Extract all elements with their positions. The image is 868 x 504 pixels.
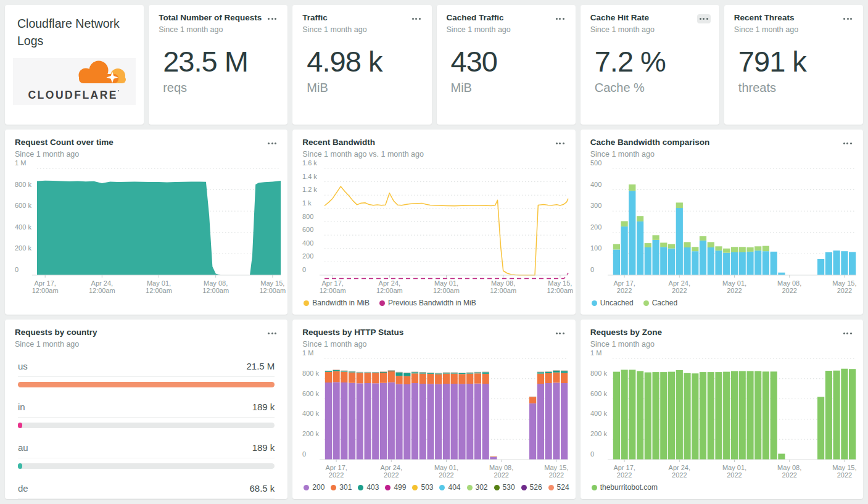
legend-item-404[interactable]: 404 [439, 483, 460, 492]
svg-text:800 k: 800 k [15, 180, 31, 188]
svg-text:Apr 24,: Apr 24, [668, 279, 690, 287]
panel-subtitle: Since 1 month ago [590, 25, 655, 34]
legend-item-524[interactable]: 524 [548, 483, 569, 492]
panel-title: Recent Bandwidth [302, 138, 424, 148]
svg-text:100: 100 [590, 244, 601, 252]
legend-item-526[interactable]: 526 [521, 483, 542, 492]
svg-text:2022: 2022 [837, 287, 851, 294]
svg-text:300: 300 [590, 202, 601, 209]
cache-bandwidth-chart[interactable]: 0100200300400500Apr 17,2022Apr 24,2022Ma… [581, 159, 863, 297]
cloudflare-cloud-icon [63, 59, 132, 87]
legend-label: 499 [394, 483, 406, 492]
country-value: 189 k [252, 442, 275, 453]
http-status-chart[interactable]: 0200 k400 k600 k800 k1 MApr 17,2022Apr 2… [292, 349, 575, 482]
stat-value: 791 k [738, 46, 853, 76]
chart-legend: Bandwidth in MiBPrevious Bandwidth in Mi… [292, 297, 575, 315]
legend-dot-icon [304, 485, 309, 490]
legend-item-cached[interactable]: Cached [643, 299, 677, 307]
svg-text:800 k: 800 k [590, 370, 607, 377]
legend-item-bandwidth-in-mib[interactable]: Bandwidth in MiB [304, 299, 370, 307]
legend-item-530[interactable]: 530 [494, 483, 515, 492]
svg-text:600: 600 [302, 226, 313, 233]
legend-dot-icon [467, 485, 473, 490]
svg-text:Apr 24,: Apr 24, [91, 279, 113, 287]
legend-item-200[interactable]: 200 [304, 483, 324, 492]
panel-requests-by-http-status: Requests by HTTP Status Since 1 month ag… [292, 320, 575, 499]
svg-text:2022: 2022 [439, 471, 454, 479]
svg-text:12:00am: 12:00am [202, 287, 229, 294]
legend-item-403[interactable]: 403 [358, 483, 379, 492]
chart-row-1: Request Count over time Since 1 month ag… [5, 130, 863, 315]
country-value: 21.5 M [246, 361, 275, 371]
ellipsis-menu-icon[interactable] [841, 139, 854, 148]
svg-text:Apr 24,: Apr 24, [381, 464, 402, 471]
svg-text:May 01,: May 01, [147, 279, 171, 287]
legend-item-theburritobot-com[interactable]: theburritobot.com [592, 483, 658, 492]
country-value: 68.5 k [249, 483, 275, 494]
svg-text:Apr 17,: Apr 17, [613, 464, 635, 471]
svg-text:Apr 17,: Apr 17, [326, 464, 347, 471]
panel-requests-by-zone: Requests by Zone Since 1 month ago 0200 … [581, 320, 863, 499]
svg-text:2022: 2022 [384, 471, 399, 479]
country-row-in[interactable]: in 189 k [18, 397, 275, 428]
svg-text:1.2 k: 1.2 k [302, 186, 317, 193]
panel-subtitle: Since 1 month ago [15, 150, 114, 159]
svg-text:Apr 17,: Apr 17, [613, 279, 635, 287]
country-row-us[interactable]: us 21.5 M [18, 356, 275, 387]
ellipsis-menu-icon[interactable] [841, 14, 854, 23]
panel-title: Requests by country [15, 328, 97, 338]
chart-legend: theburritobot.com [581, 482, 863, 499]
legend-dot-icon [304, 300, 309, 306]
svg-text:Apr 24,: Apr 24, [668, 464, 690, 471]
country-code: us [18, 361, 28, 371]
svg-text:12:00am: 12:00am [490, 287, 517, 294]
panel-cached-traffic: Cached Traffic Since 1 month ago 430 MiB [437, 5, 576, 125]
legend-item-503[interactable]: 503 [412, 483, 433, 492]
stat-row: Cloudflare Network Logs CLOUDFLARE' Tota… [5, 5, 863, 125]
svg-text:200: 200 [302, 252, 313, 260]
panel-title: Cache Bandwidth comparison [590, 138, 710, 148]
panel-subtitle: Since 1 month ago [590, 150, 710, 159]
panel-subtitle: Since 1 month ago [15, 340, 97, 349]
svg-text:2022: 2022 [617, 287, 632, 294]
ellipsis-menu-icon[interactable] [265, 139, 279, 148]
ellipsis-menu-icon[interactable] [841, 329, 854, 338]
legend-dot-icon [379, 300, 385, 306]
svg-text:12:00am: 12:00am [433, 287, 460, 294]
ellipsis-menu-icon[interactable] [265, 14, 279, 23]
svg-text:800 k: 800 k [302, 370, 319, 377]
svg-text:May 01,: May 01, [722, 464, 746, 471]
ellipsis-menu-icon[interactable] [697, 14, 711, 23]
svg-text:0: 0 [15, 266, 19, 273]
stat-unit: MiB [451, 81, 566, 95]
country-code: de [18, 483, 28, 494]
panel-subtitle: Since 1 month ago [159, 25, 262, 34]
svg-text:400 k: 400 k [302, 410, 319, 417]
legend-item-uncached[interactable]: Uncached [592, 299, 634, 307]
dashboard-title: Cloudflare Network Logs [5, 5, 144, 50]
legend-dot-icon [331, 485, 336, 490]
ellipsis-menu-icon[interactable] [553, 14, 567, 23]
country-bar-track [18, 382, 275, 387]
legend-item-302[interactable]: 302 [467, 483, 488, 492]
legend-item-499[interactable]: 499 [385, 483, 406, 492]
country-row-au[interactable]: au 189 k [18, 437, 275, 469]
recent-bandwidth-chart[interactable]: 02004006008001 k1.2 k1.4 k1.6 kApr 17,12… [292, 159, 575, 297]
country-row-de[interactable]: de 68.5 k [18, 478, 275, 499]
svg-text:600 k: 600 k [302, 389, 319, 397]
request-count-chart[interactable]: 0200 k400 k600 k800 k1 MApr 17,12:00amAp… [5, 159, 287, 297]
panel-recent-bandwidth: Recent Bandwidth Since 1 month ago vs. 1… [292, 130, 575, 315]
stat-unit: threats [738, 81, 853, 95]
legend-item-previous-bandwidth-in-mib[interactable]: Previous Bandwidth in MiB [379, 299, 476, 307]
legend-label: theburritobot.com [600, 483, 658, 492]
panel-total-requests: Total Number of Requests Since 1 month a… [149, 5, 287, 125]
panel-requests-by-country: Requests by country Since 1 month ago us… [5, 320, 287, 499]
ellipsis-menu-icon[interactable] [265, 329, 279, 338]
zone-chart[interactable]: 0200 k400 k600 k800 k1 MApr 17,2022Apr 2… [581, 349, 863, 482]
legend-item-301[interactable]: 301 [331, 483, 352, 492]
svg-text:May 15,: May 15, [832, 464, 856, 471]
ellipsis-menu-icon[interactable] [553, 139, 567, 148]
svg-text:2022: 2022 [617, 471, 632, 479]
ellipsis-menu-icon[interactable] [553, 329, 567, 338]
ellipsis-menu-icon[interactable] [410, 14, 423, 23]
